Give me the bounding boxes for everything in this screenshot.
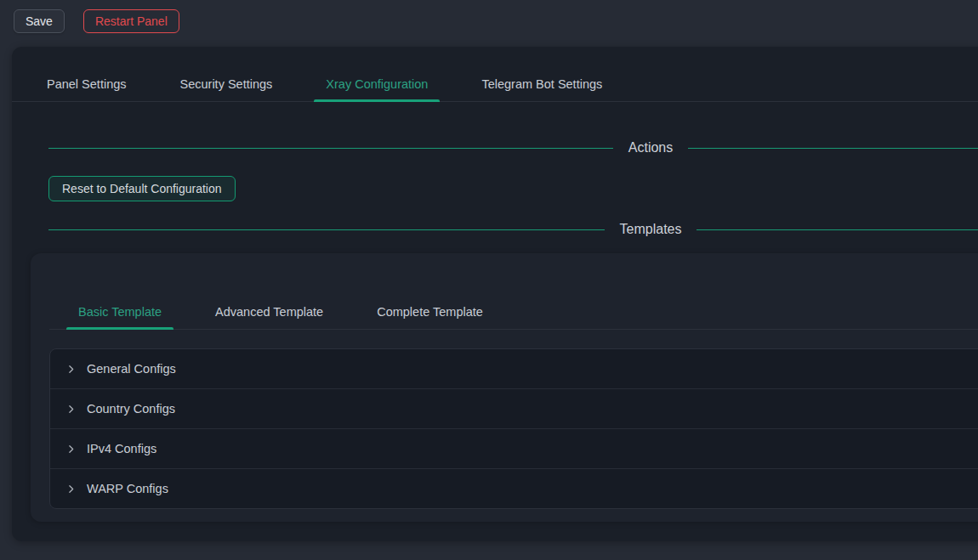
tab-telegram-bot-settings[interactable]: Telegram Bot Settings [469,66,614,101]
divider-line [48,148,613,149]
collapse-item-label: General Configs [87,362,176,376]
chevron-right-icon [65,443,77,455]
save-button[interactable]: Save [14,9,65,33]
collapse-item-country-configs[interactable]: Country Configs [50,389,978,429]
templates-divider: Templates [48,220,978,239]
chevron-right-icon [65,363,77,375]
tab-complete-template[interactable]: Complete Template [365,295,495,329]
templates-divider-label: Templates [605,222,697,237]
actions-divider: Actions [48,139,978,157]
tab-security-settings[interactable]: Security Settings [168,66,285,101]
settings-tabs: Panel Settings Security Settings Xray Co… [12,66,978,102]
divider-line [688,148,978,149]
templates-card: Basic Template Advanced Template Complet… [31,253,978,522]
topbar: Save Restart Panel [0,0,978,42]
collapse-item-label: WARP Configs [87,482,168,495]
tab-advanced-template[interactable]: Advanced Template [203,295,335,329]
chevron-right-icon [65,403,77,415]
chevron-right-icon [65,483,77,495]
collapse-item-label: Country Configs [87,402,175,416]
collapse-item-general-configs[interactable]: General Configs [50,349,978,389]
template-config-collapse: General Configs Country Configs IPv4 Con… [49,348,978,509]
collapse-item-warp-configs[interactable]: WARP Configs [50,469,978,508]
actions-divider-label: Actions [613,140,688,156]
divider-line [697,229,978,230]
divider-line [48,229,605,230]
collapse-item-ipv4-configs[interactable]: IPv4 Configs [50,429,978,469]
restart-panel-button[interactable]: Restart Panel [83,9,179,33]
reset-default-config-button[interactable]: Reset to Default Configuration [48,176,236,201]
template-tabs: Basic Template Advanced Template Complet… [49,253,978,330]
settings-card: Panel Settings Security Settings Xray Co… [12,47,978,541]
collapse-item-label: IPv4 Configs [87,442,156,455]
tab-basic-template[interactable]: Basic Template [66,295,173,329]
tab-panel-settings[interactable]: Panel Settings [35,66,139,101]
tab-xray-configuration[interactable]: Xray Configuration [314,66,440,101]
